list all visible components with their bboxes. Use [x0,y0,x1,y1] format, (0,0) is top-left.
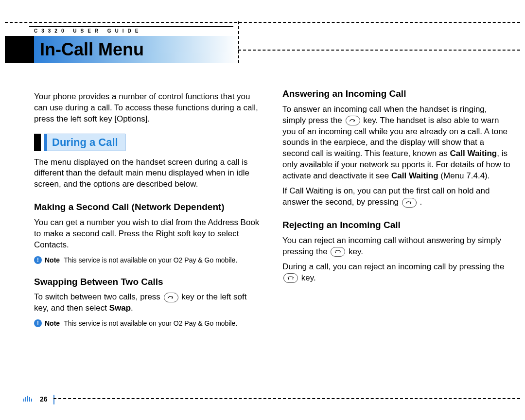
send-key-icon [402,198,417,208]
rej-a: You can reject an incoming call without … [282,236,501,256]
rej2-b: key. [301,273,316,282]
page-ornament-icon [23,396,32,402]
crop-mark-top [5,22,520,23]
cw-b: . [420,197,422,207]
crop-mark-title-h [238,50,520,51]
title-tab-black [5,36,34,63]
end-key-icon [283,273,298,283]
footer-rule-v [53,395,54,404]
column-right: Answering an Incoming Call To answer an … [282,88,510,397]
during-intro: The menu displayed on the handset screen… [34,157,262,191]
note-text: This service is not available on your O2… [64,319,262,328]
column-left: Your phone provides a number of control … [34,88,262,397]
cw-a: If Call Waiting is on, you can put the f… [282,186,490,207]
page-title: In-Call Menu [34,39,144,60]
send-key-icon [346,116,360,125]
rej-b: key. [349,247,363,256]
reject-paragraph-2: During a call, you can reject an incomin… [282,262,510,284]
ans-d: (Menu 7.4.4). [438,171,490,180]
note-2: ! Note This service is not available on … [34,319,262,328]
heading-reject: Rejecting an Incoming Call [282,219,510,231]
swap-bold: Swap [109,303,131,313]
ans-bold2: Call Waiting [391,171,438,180]
page-number: 26 [40,395,48,403]
intro-paragraph: Your phone provides a number of control … [34,91,262,125]
second-call-paragraph: You can get a number you wish to dial fr… [34,217,262,251]
section-label: During a Call [47,134,125,151]
end-key-icon [331,247,345,257]
info-icon: ! [34,319,42,327]
reject-paragraph-1: You can reject an incoming call without … [282,235,510,258]
send-key-icon [164,293,178,302]
note-label: Note [45,256,60,265]
swap-text-a: To switch between two calls, press [34,292,163,301]
crop-mark-bottom [53,398,520,399]
heading-second-call: Making a Second Call (Network Dependent) [34,201,262,213]
info-icon: ! [34,256,42,264]
heading-answer: Answering an Incoming Call [282,88,510,100]
note-label: Note [45,319,60,328]
callwaiting-paragraph: If Call Waiting is on, you can put the f… [282,186,510,208]
crop-mark-title-v [238,21,239,63]
heading-swap: Swapping Between Two Calls [34,276,262,288]
ans-bold1: Call Waiting [450,149,497,158]
title-banner: In-Call Menu [34,36,238,63]
swap-text-c: . [131,303,133,313]
section-heading-during: During a Call [34,134,262,151]
answer-paragraph: To answer an incoming call when the hand… [282,104,510,182]
note-1: ! Note This service is not available on … [34,256,262,265]
note-text: This service is not available on your O2… [64,256,262,265]
running-header: C3320 USER GUIDE [34,28,142,34]
swap-paragraph: To switch between two calls, press key o… [34,292,262,314]
rej2-a: During a call, you can reject an incomin… [282,262,504,271]
